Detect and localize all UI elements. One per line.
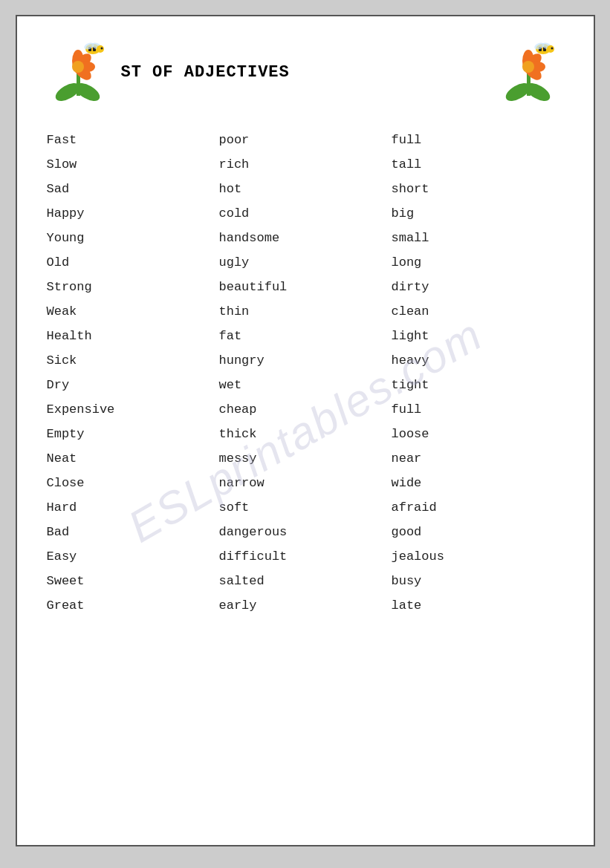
word-item: light (392, 324, 564, 348)
page-title: ST OF ADJECTIVES (121, 63, 290, 82)
word-item: Empty (47, 422, 219, 446)
word-item: tight (392, 373, 564, 397)
word-item: narrow (219, 471, 392, 495)
word-item: busy (392, 569, 564, 593)
word-item: Fast (47, 128, 219, 152)
word-item: thin (219, 299, 392, 324)
word-item: full (392, 397, 564, 422)
word-item: jealous (392, 544, 564, 569)
word-item: long (392, 250, 564, 275)
page: ESLprintables.com (16, 15, 595, 846)
word-item: near (392, 446, 564, 471)
word-item: soft (219, 495, 392, 520)
word-item: Young (47, 226, 219, 250)
word-item: afraid (392, 495, 564, 520)
word-item: Bad (47, 520, 219, 544)
word-list: FastpoorfullSlowrichtallSadhotshortHappy… (47, 128, 564, 618)
word-item: thick (219, 422, 392, 446)
word-item: salted (219, 569, 392, 593)
svg-point-7 (72, 61, 84, 73)
word-item: Easy (47, 544, 219, 569)
word-item: big (392, 201, 564, 226)
word-item: rich (219, 152, 392, 177)
word-item: Strong (47, 275, 219, 299)
header: ST OF ADJECTIVES (47, 39, 564, 105)
word-item: small (392, 226, 564, 250)
word-item: Close (47, 471, 219, 495)
svg-point-22 (522, 61, 534, 73)
header-left: ST OF ADJECTIVES (47, 39, 290, 105)
word-item: tall (392, 152, 564, 177)
word-item: clean (392, 299, 564, 324)
word-item: Sick (47, 348, 219, 373)
word-item: Sad (47, 177, 219, 201)
word-item: messy (219, 446, 392, 471)
word-item: short (392, 177, 564, 201)
word-item: Happy (47, 201, 219, 226)
word-item: dirty (392, 275, 564, 299)
word-item: fat (219, 324, 392, 348)
word-item: hungry (219, 348, 392, 373)
word-item: Hard (47, 495, 219, 520)
svg-point-29 (551, 48, 553, 50)
word-item: poor (219, 128, 392, 152)
word-item: full (392, 128, 564, 152)
word-item: handsome (219, 226, 392, 250)
word-item: loose (392, 422, 564, 446)
word-item: ugly (219, 250, 392, 275)
word-item: Slow (47, 152, 219, 177)
word-item: hot (219, 177, 392, 201)
svg-point-14 (100, 48, 103, 50)
word-item: beautiful (219, 275, 392, 299)
word-item: Expensive (47, 397, 219, 422)
flower-bee-right-icon (497, 39, 564, 105)
word-item: late (392, 593, 564, 618)
svg-point-13 (97, 45, 104, 53)
word-item: cheap (219, 397, 392, 422)
word-item: Health (47, 324, 219, 348)
word-item: dangerous (219, 520, 392, 544)
word-item: Great (47, 593, 219, 618)
word-item: Old (47, 250, 219, 275)
word-item: Sweet (47, 569, 219, 593)
word-item: Dry (47, 373, 219, 397)
word-item: wet (219, 373, 392, 397)
word-item: early (219, 593, 392, 618)
word-item: Neat (47, 446, 219, 471)
word-item: difficult (219, 544, 392, 569)
word-item: Weak (47, 299, 219, 324)
word-item: heavy (392, 348, 564, 373)
word-item: wide (392, 471, 564, 495)
word-item: good (392, 520, 564, 544)
flower-bee-left-icon (47, 39, 114, 105)
word-item: cold (219, 201, 392, 226)
svg-point-28 (547, 45, 554, 53)
